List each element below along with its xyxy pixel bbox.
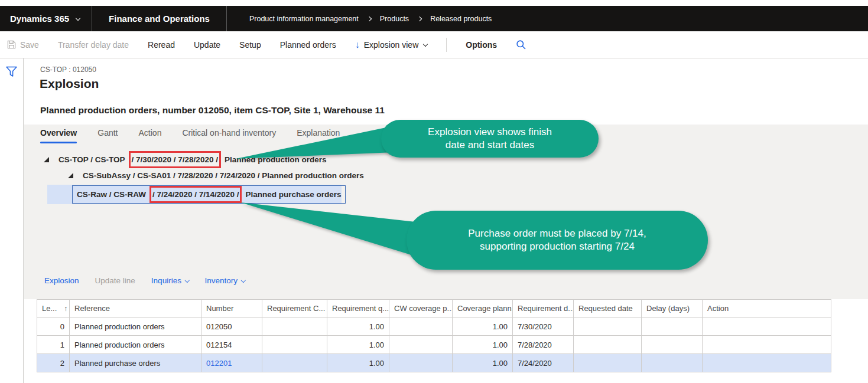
tree-node-cs-top[interactable]: CS-TOP / CS-TOP / 7/30/2020 / 7/28/2020 … xyxy=(44,153,326,166)
column-header-requirement-d[interactable]: Requirement d... xyxy=(513,300,574,317)
cell-requirement-q: 1.00 xyxy=(327,317,389,336)
breadcrumb: Product information management Products … xyxy=(227,6,492,31)
cell-number: 012154 xyxy=(201,336,262,354)
tree-node-text: CS-TOP / CS-TOP xyxy=(58,155,125,164)
cell-reference: Planned production orders xyxy=(70,317,201,336)
chevron-down-icon xyxy=(423,41,428,46)
cell-action xyxy=(703,354,831,372)
column-header-action[interactable]: Action xyxy=(703,300,831,317)
transfer-delay-date-button[interactable]: Transfer delay date xyxy=(58,40,129,50)
cell-requirement-d: 7/30/2020 xyxy=(513,317,574,336)
tree-node-text: CS-Raw / CS-RAW xyxy=(77,190,146,199)
column-header-requirement-q[interactable]: Requirement q... xyxy=(327,300,389,317)
tree-focus-box: CS-Raw / CS-RAW / 7/24/2020 / 7/14/2020 … xyxy=(72,185,346,204)
cell-requirement-c xyxy=(262,317,327,336)
column-header-cw-coverage[interactable]: CW coverage p... xyxy=(389,300,453,317)
callout-text: Explosion view shows finish xyxy=(428,126,552,139)
breadcrumb-item-products[interactable]: Products xyxy=(380,15,409,23)
search-button[interactable] xyxy=(516,40,526,50)
tree-node-cs-subassy[interactable]: CS-SubAssy / CS-SA01 / 7/28/2020 / 7/24/… xyxy=(68,171,364,180)
callout-text: Purchase order must be placed by 7/14, xyxy=(468,227,646,240)
column-header-level[interactable]: Le...↑ xyxy=(37,300,70,317)
collapse-triangle-icon[interactable] xyxy=(44,157,49,162)
page-title: Explosion xyxy=(40,77,99,91)
cell-level: 0 xyxy=(37,317,70,336)
setup-button[interactable]: Setup xyxy=(239,40,261,50)
explosion-page: Dynamics 365 Finance and Operations Prod… xyxy=(0,0,868,383)
left-rail xyxy=(0,58,24,383)
update-line-link[interactable]: Update line xyxy=(95,276,135,285)
callout-explosion-view: Explosion view shows finish date and sta… xyxy=(381,120,599,158)
cell-coverage-plan: 1.00 xyxy=(453,354,513,372)
tab-gantt[interactable]: Gantt xyxy=(97,128,118,143)
sort-ascending-icon: ↑ xyxy=(64,305,67,313)
tab-critical-on-hand-inventory[interactable]: Critical on-hand inventory xyxy=(182,128,276,143)
breadcrumb-item-released-products[interactable]: Released products xyxy=(430,15,492,23)
column-header-number[interactable]: Number xyxy=(201,300,262,317)
cell-requirement-d: 7/28/2020 xyxy=(513,336,574,354)
app-title: Dynamics 365 xyxy=(10,14,69,24)
tab-action[interactable]: Action xyxy=(139,128,162,143)
column-header-delay-days[interactable]: Delay (days) xyxy=(642,300,703,317)
filter-button[interactable] xyxy=(5,66,18,77)
record-caption: CS-TOP : 012050 xyxy=(40,66,96,74)
cell-requirement-d: 7/24/2020 xyxy=(513,354,574,372)
grid-toolbar: Explosion Update line Inquiries Inventor… xyxy=(44,276,245,285)
date-highlight-box: / 7/24/2020 / 7/14/2020 / xyxy=(151,188,240,201)
date-highlight-box: / 7/30/2020 / 7/28/2020 / xyxy=(131,153,219,166)
inquiries-dropdown[interactable]: Inquiries xyxy=(151,276,189,285)
dynamics-365-menu[interactable]: Dynamics 365 xyxy=(0,6,92,31)
update-button[interactable]: Update xyxy=(194,40,220,50)
search-icon xyxy=(516,40,526,50)
cell-coverage-plan: 1.00 xyxy=(453,336,513,354)
chevron-down-icon xyxy=(185,278,190,283)
explosion-link[interactable]: Explosion xyxy=(44,276,79,285)
explosion-view-dropdown[interactable]: ↓ Explosion view xyxy=(355,40,428,50)
options-button[interactable]: Options xyxy=(466,40,497,50)
chevron-down-icon xyxy=(241,278,246,283)
cell-delay-days xyxy=(642,354,703,372)
tab-explanation[interactable]: Explanation xyxy=(297,128,340,143)
actionbar-divider xyxy=(446,38,447,52)
table-row-level-2-selected[interactable]: 2 Planned purchase orders 012201 1.00 1.… xyxy=(37,354,831,372)
table-row-level-1[interactable]: 1 Planned production orders 012154 1.00 … xyxy=(37,336,831,354)
breadcrumb-item-product-information-management[interactable]: Product information management xyxy=(249,15,359,23)
cell-requirement-q: 1.00 xyxy=(327,354,389,372)
cell-number: 012201 xyxy=(201,354,262,372)
save-button[interactable]: Save xyxy=(7,40,39,50)
tree-node-text: Planned purchase orders xyxy=(245,190,341,199)
column-header-requested-date[interactable]: Requested date xyxy=(574,300,642,317)
cell-delay-days xyxy=(642,336,703,354)
tree-node-text: CS-SubAssy / CS-SA01 / 7/28/2020 / 7/24/… xyxy=(83,171,364,180)
cell-reference: Planned purchase orders xyxy=(70,354,201,372)
chevron-down-icon xyxy=(76,15,80,20)
column-header-reference[interactable]: Reference xyxy=(70,300,201,317)
chevron-right-icon xyxy=(367,16,372,21)
chevron-right-icon xyxy=(417,16,422,21)
explosion-grid: Le...↑ Reference Number Requirement C...… xyxy=(24,299,868,383)
cell-level: 1 xyxy=(37,336,70,354)
callout-text: date and start dates xyxy=(446,139,534,152)
cell-action xyxy=(703,336,831,354)
planned-orders-button[interactable]: Planned orders xyxy=(280,40,336,50)
down-arrow-icon: ↓ xyxy=(355,40,360,50)
page-subtitle: Planned production orders, number 012050… xyxy=(40,105,385,116)
planned-order-number-link[interactable]: 012201 xyxy=(206,359,232,368)
cell-requirement-c xyxy=(262,336,327,354)
reread-button[interactable]: Reread xyxy=(148,40,175,50)
tab-overview[interactable]: Overview xyxy=(40,128,77,143)
product-title[interactable]: Finance and Operations xyxy=(92,6,226,31)
tab-bar: Overview Gantt Action Critical on-hand i… xyxy=(40,128,340,143)
cell-requirement-c xyxy=(262,354,327,372)
column-header-requirement-c[interactable]: Requirement C... xyxy=(262,300,327,317)
table-row-level-0[interactable]: 0 Planned production orders 012050 1.00 … xyxy=(37,317,831,336)
column-header-coverage-plan[interactable]: Coverage plann... xyxy=(453,300,513,317)
collapse-triangle-icon[interactable] xyxy=(68,173,73,178)
filter-icon xyxy=(5,66,18,77)
inventory-dropdown[interactable]: Inventory xyxy=(204,276,245,285)
tree-node-text: Planned production orders xyxy=(225,155,327,164)
cell-action xyxy=(703,317,831,336)
tree-node-cs-raw-selected[interactable]: CS-Raw / CS-RAW / 7/24/2020 / 7/14/2020 … xyxy=(47,185,342,204)
cell-requested-date xyxy=(574,336,642,354)
cell-coverage-plan: 1.00 xyxy=(453,317,513,336)
